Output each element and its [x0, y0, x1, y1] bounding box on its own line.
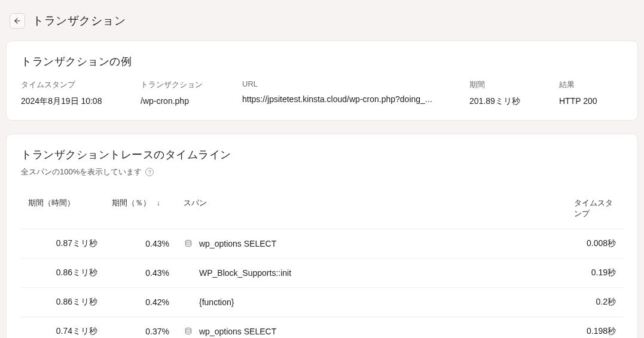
cell-timestamp: 0.198秒 — [563, 317, 623, 339]
cell-span: {function} — [176, 288, 563, 317]
example-grid: タイムスタンプ 2024年8月19日 10:08 トランザクション /wp-cr… — [21, 79, 623, 107]
database-icon — [184, 327, 193, 336]
cell-span: wp_options SELECT — [176, 229, 563, 259]
svg-point-1 — [185, 240, 191, 242]
cell-span: WP_Block_Supports::init — [176, 259, 563, 288]
db-icon-slot — [184, 239, 193, 248]
cell-pct: 0.43% — [105, 229, 176, 259]
result-value: HTTP 200 — [559, 96, 631, 106]
page-title: トランザクション — [32, 13, 126, 29]
page-header: トランザクション — [6, 6, 638, 41]
help-icon[interactable]: ? — [145, 168, 154, 176]
span-text: wp_options SELECT — [199, 239, 276, 248]
duration-value: 201.89ミリ秒 — [469, 96, 559, 107]
cell-duration: 0.86ミリ秒 — [21, 259, 105, 288]
url-label: URL — [242, 79, 469, 88]
url-value: https://jpsitetest.kinsta.cloud/wp-cron.… — [242, 94, 469, 104]
database-icon — [184, 239, 193, 248]
arrow-left-icon — [13, 17, 22, 25]
transaction-value: /wp-cron.php — [141, 96, 242, 106]
cell-pct: 0.42% — [105, 288, 176, 317]
col-header-timestamp[interactable]: タイムスタンプ — [563, 192, 623, 229]
result-label: 結果 — [559, 79, 631, 90]
timeline-card: トランザクショントレースのタイムライン 全スパンの100%を表示しています ? … — [6, 134, 638, 338]
span-text: {function} — [199, 297, 234, 307]
cell-span: wp_options SELECT — [176, 317, 563, 339]
timeline-subtitle: 全スパンの100%を表示しています ? — [21, 167, 623, 177]
transaction-example-card: トランザクションの例 タイムスタンプ 2024年8月19日 10:08 トランザ… — [6, 41, 638, 121]
table-row[interactable]: 0.86ミリ秒0.43%WP_Block_Supports::init0.19秒 — [21, 259, 623, 288]
sort-arrow-down-icon: ↓ — [157, 199, 160, 207]
back-button[interactable] — [10, 13, 25, 29]
cell-duration: 0.86ミリ秒 — [21, 288, 105, 317]
cell-duration: 0.87ミリ秒 — [21, 229, 105, 259]
cell-timestamp: 0.2秒 — [563, 288, 623, 317]
cell-timestamp: 0.008秒 — [563, 229, 623, 259]
col-header-span[interactable]: スパン — [176, 192, 563, 229]
transaction-label: トランザクション — [141, 79, 242, 90]
svg-point-2 — [185, 328, 191, 330]
cell-duration: 0.74ミリ秒 — [21, 317, 105, 339]
table-row[interactable]: 0.74ミリ秒0.37%wp_options SELECT0.198秒 — [21, 317, 623, 339]
table-row[interactable]: 0.87ミリ秒0.43%wp_options SELECT0.008秒 — [21, 229, 623, 259]
col-header-pct[interactable]: 期間（％） ↓ — [105, 192, 176, 229]
cell-pct: 0.43% — [105, 259, 176, 288]
span-text: WP_Block_Supports::init — [199, 268, 291, 278]
timestamp-label: タイムスタンプ — [21, 79, 141, 90]
cell-pct: 0.37% — [105, 317, 176, 339]
cell-timestamp: 0.19秒 — [563, 259, 623, 288]
db-icon-slot — [184, 327, 193, 336]
timeline-card-title: トランザクショントレースのタイムライン — [21, 148, 623, 162]
timeline-subtitle-text: 全スパンの100%を表示しています — [21, 167, 142, 177]
col-header-duration[interactable]: 期間（時間） — [21, 192, 105, 229]
duration-label: 期間 — [469, 79, 559, 90]
trace-table: 期間（時間） 期間（％） ↓ スパン タイムスタンプ 0.87ミリ秒0.43%w… — [21, 192, 623, 338]
table-row[interactable]: 0.86ミリ秒0.42%{function}0.2秒 — [21, 288, 623, 317]
example-card-title: トランザクションの例 — [21, 54, 623, 69]
span-text: wp_options SELECT — [199, 327, 276, 336]
timestamp-value: 2024年8月19日 10:08 — [21, 96, 141, 107]
